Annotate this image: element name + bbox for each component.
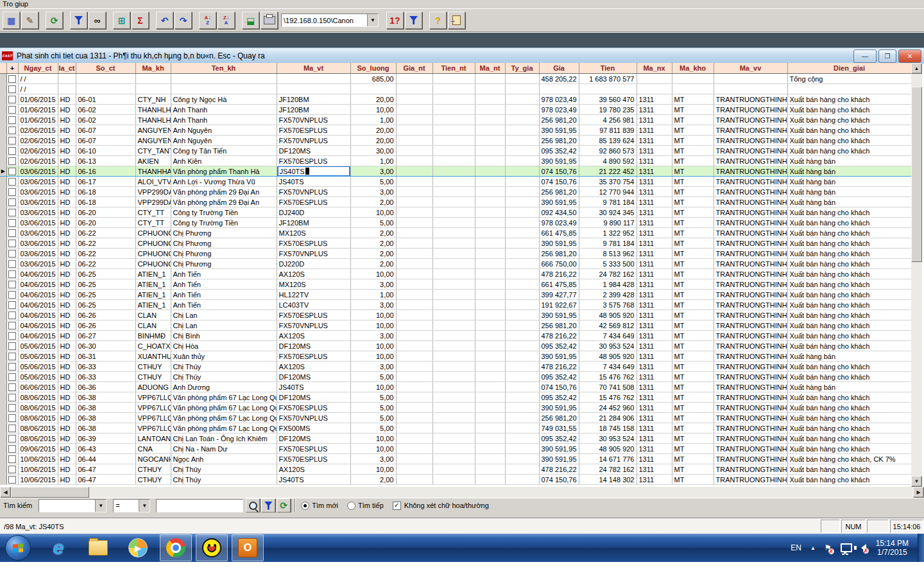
cell-gia_nt[interactable]: [396, 413, 432, 423]
cell-ma_nx[interactable]: 1311: [637, 156, 672, 166]
column-header-ten_kh[interactable]: Ten_kh: [171, 63, 277, 74]
taskbar-item-chrome[interactable]: [160, 534, 192, 561]
cell-tien[interactable]: 24 452 960: [579, 403, 637, 413]
row-checkbox[interactable]: [8, 373, 16, 381]
row-checkbox[interactable]: [8, 250, 16, 258]
cell-ma_kh[interactable]: CTHUY: [135, 475, 171, 485]
cell-gia[interactable]: 749 031,55: [539, 423, 579, 434]
row-checkbox[interactable]: [8, 353, 16, 360]
cell-ma_vv[interactable]: TRANTRUONGTHINH: [714, 94, 787, 105]
row-checkbox[interactable]: [8, 383, 16, 391]
table-row[interactable]: 10/06/2015HD06-44NGOCANHNgọc AnhFX570ESP…: [0, 454, 911, 464]
cell-la_ct[interactable]: HD: [58, 403, 76, 413]
table-row[interactable]: 02/06/2015HD06-07ANGUYENAnh NguyênFX570V…: [0, 136, 911, 146]
row-checkbox-cell[interactable]: [6, 475, 18, 485]
row-checkbox-cell[interactable]: [6, 454, 18, 464]
search-refresh-button[interactable]: ⟳: [277, 498, 291, 512]
table-row[interactable]: 05/06/2015HD06-31XUANTHUYXuân thủyFX570E…: [0, 351, 911, 362]
cell-so_luong[interactable]: 2,00: [350, 197, 396, 207]
cell-ty_gia[interactable]: [505, 444, 539, 454]
cell-so_ct[interactable]: 06-25: [76, 269, 135, 279]
row-checkbox[interactable]: [8, 106, 16, 114]
cell-ma_vt[interactable]: AX120S: [277, 331, 350, 341]
taskbar-clock[interactable]: 15:14 PM 1/7/2015: [876, 539, 909, 557]
cell-ma_vt[interactable]: MX120S: [277, 279, 350, 290]
cell-ma_nt[interactable]: [475, 125, 505, 136]
cell-gia[interactable]: 256 981,20: [539, 136, 579, 146]
table-row[interactable]: 02/06/2015HD06-10CTY_TANTCông ty Tân Tiế…: [0, 146, 911, 156]
cell-gia[interactable]: 978 023,49: [539, 218, 579, 228]
cell-gia_nt[interactable]: [396, 125, 432, 136]
cell-ty_gia[interactable]: [505, 166, 539, 177]
cell-ma_vv[interactable]: TRANTRUONGTHINH: [714, 249, 787, 259]
help-button[interactable]: ?: [429, 12, 447, 29]
cell-ma_vt[interactable]: FX570ESPLUS: [277, 403, 350, 413]
cell-so_luong[interactable]: 10,00: [350, 464, 396, 475]
cell-gia_nt[interactable]: [396, 392, 432, 403]
cell-tien_nt[interactable]: [432, 156, 475, 166]
cell-tien_nt[interactable]: [432, 197, 475, 207]
cell-ma_nx[interactable]: 1311: [637, 341, 672, 351]
cell-so_luong[interactable]: 3,00: [350, 331, 396, 341]
column-header-ma_nt[interactable]: Ma_nt: [475, 63, 505, 74]
cell-ngay_ct[interactable]: 03/06/2015: [18, 228, 58, 238]
row-checkbox[interactable]: [8, 229, 16, 237]
taskbar-item-media-player[interactable]: ▶: [128, 538, 148, 557]
cell-ty_gia[interactable]: [505, 74, 539, 84]
cell-ma_nx[interactable]: 1311: [637, 351, 672, 362]
restore-button[interactable]: ❐: [878, 49, 896, 63]
table-row[interactable]: 03/06/2015HD06-22CPHUONGChị PhươngDJ220D…: [0, 259, 911, 269]
row-checkbox[interactable]: [8, 188, 16, 196]
cell-dien_giai[interactable]: Xuất bán hàng cho khách: [787, 331, 911, 341]
volume-icon[interactable]: ✗: [861, 544, 866, 552]
cell-ma_nx[interactable]: 1311: [637, 310, 672, 320]
cell-tien_nt[interactable]: [432, 331, 475, 341]
refresh-button[interactable]: ⟳: [46, 12, 63, 29]
cell-ma_kh[interactable]: XUANTHUY: [135, 351, 171, 362]
cell-ma_nt[interactable]: [475, 74, 505, 84]
cell-tien_nt[interactable]: [432, 320, 475, 331]
cell-ma_kho[interactable]: MT: [672, 115, 714, 125]
cell-so_luong[interactable]: 1,00: [350, 156, 396, 166]
cell-ten_kh[interactable]: Anh Tiến: [171, 300, 277, 310]
cell-ma_nx[interactable]: 1311: [637, 249, 672, 259]
cell-ten_kh[interactable]: [171, 84, 277, 94]
row-checkbox-cell[interactable]: [6, 74, 18, 84]
cell-ty_gia[interactable]: [505, 454, 539, 464]
cell-ma_kh[interactable]: ATIEN_1: [135, 290, 171, 300]
cell-tien_nt[interactable]: [432, 444, 475, 454]
cell-so_ct[interactable]: 06-02: [76, 105, 135, 115]
cell-ma_kh[interactable]: ATIEN_1: [135, 269, 171, 279]
cell-ma_vv[interactable]: TRANTRUONGTHINH: [714, 218, 787, 228]
row-checkbox[interactable]: [8, 466, 16, 473]
cell-ma_kh[interactable]: NGOCANH: [135, 454, 171, 464]
cell-tien_nt[interactable]: [432, 84, 475, 94]
cell-gia[interactable]: 478 216,22: [539, 269, 579, 279]
cell-ma_nx[interactable]: 1311: [637, 105, 672, 115]
cell-gia[interactable]: 095 352,42: [539, 434, 579, 444]
cell-ma_vv[interactable]: TRANTRUONGTHINH: [714, 136, 787, 146]
cell-la_ct[interactable]: HD: [58, 434, 76, 444]
cell-ma_vv[interactable]: TRANTRUONGTHINH: [714, 331, 787, 341]
cell-ngay_ct[interactable]: 04/06/2015: [18, 331, 58, 341]
cell-dien_giai[interactable]: Xuất bán hàng cho khách: [787, 218, 911, 228]
cell-ngay_ct[interactable]: 04/06/2015: [18, 310, 58, 320]
cell-dien_giai[interactable]: Xuất bán hàng cho khách, CK 7%: [787, 454, 911, 464]
row-checkbox[interactable]: [8, 301, 16, 309]
cell-ngay_ct[interactable]: 03/06/2015: [18, 166, 58, 177]
cell-ma_vt[interactable]: FX570ESPLUS: [277, 454, 350, 464]
cell-tien[interactable]: 8 513 962: [579, 249, 637, 259]
cell-ma_kho[interactable]: MT: [672, 454, 714, 464]
cell-dien_giai[interactable]: Xuất hàng bán: [787, 351, 911, 362]
cell-tien[interactable]: 1 322 952: [579, 228, 637, 238]
cell-ty_gia[interactable]: [505, 279, 539, 290]
cell-ma_vt[interactable]: FX500MS: [277, 423, 350, 434]
cell-ma_vv[interactable]: TRANTRUONGTHINH: [714, 125, 787, 136]
cell-ma_kho[interactable]: MT: [672, 403, 714, 413]
cell-la_ct[interactable]: HD: [58, 362, 76, 372]
cell-dien_giai[interactable]: Xuất hàng bán: [787, 187, 911, 197]
table-row[interactable]: 04/06/2015HD06-25ATIEN_1Anh TiếnHL122TV1…: [0, 290, 911, 300]
cell-dien_giai[interactable]: Xuất bán hàng cho khách: [787, 310, 911, 320]
cell-dien_giai[interactable]: Xuất bán hàng cho khách: [787, 207, 911, 218]
cell-la_ct[interactable]: HD: [58, 413, 76, 423]
